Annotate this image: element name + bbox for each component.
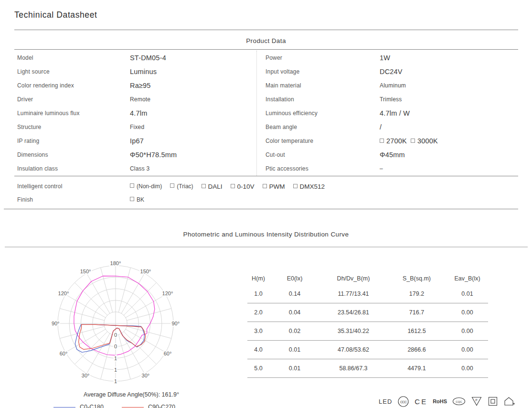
ce-mark-glyph: CE	[415, 397, 427, 406]
checkbox-icon	[202, 184, 206, 188]
table-row: 2.00.0423.54/26.81716.70.00	[247, 303, 488, 322]
field-value: Φ45mm	[380, 151, 518, 159]
led-mark-glyph: LED	[379, 398, 392, 405]
product-data-heading: Product Data	[0, 37, 532, 44]
option-item: (Non-dim)	[130, 183, 162, 190]
divider-under-product-table	[14, 176, 518, 176]
field-label: Insulation class	[14, 165, 130, 172]
product-table-right-column: Power1WInput voltageDC24VMain materialAl…	[263, 51, 518, 175]
polar-grid-spoke	[65, 295, 106, 318]
indoor-use-mark	[503, 396, 516, 407]
table-cell: 58.86/67.3	[320, 365, 387, 372]
option-label: PWM	[269, 183, 285, 190]
field-label: Dimensions	[14, 151, 130, 158]
checkbox-option-label: 3000K	[417, 137, 438, 145]
polar-angle-label: 60°	[60, 351, 68, 356]
polar-grid-spoke	[121, 273, 144, 313]
polar-grid-spoke	[127, 326, 171, 338]
product-field-row: ModelST-DM05-4	[14, 51, 255, 65]
checkbox-icon	[411, 139, 415, 143]
product-field-row: Ptic accessories–	[263, 161, 518, 175]
class2-double-insulation-mark-glyph	[488, 396, 498, 407]
product-field-row: StructureFixed	[14, 120, 255, 134]
polar-grid-spoke	[121, 333, 144, 374]
polar-grid-spoke	[127, 309, 171, 321]
product-field-row: Light sourceLuminus	[14, 65, 255, 79]
field-label: Model	[14, 54, 130, 61]
illuminance-table: H(m)E0(lx)Dh/Dv_B(m)S_B(sq.m)Eav_B(lx)1.…	[247, 275, 488, 378]
field-label: Finish	[14, 196, 130, 203]
option-label: DMX512	[300, 183, 325, 190]
field-label: Ptic accessories	[263, 165, 380, 172]
legend-label: C90-C270	[148, 404, 175, 408]
option-label: BK	[137, 196, 144, 203]
table-cell: 2.0	[247, 309, 269, 316]
field-value: 4.7lm / W	[380, 109, 518, 117]
table-cell: 1.0	[247, 290, 269, 297]
rohs-mark-glyph: RoHS	[433, 398, 447, 404]
divider-top	[14, 30, 518, 30]
checkbox-icon	[130, 183, 134, 188]
table-row: 1.00.1411.77/13.41179.20.01	[247, 285, 488, 303]
field-value: Φ50*H78.5mm	[130, 151, 255, 159]
field-value: 2700K3000K	[380, 137, 518, 145]
product-field-row: Input voltageDC24V	[263, 65, 518, 79]
field-value: 4.7lm	[130, 109, 255, 117]
field-value: Luminus	[130, 68, 255, 75]
polar-angle-label: 90°	[171, 321, 180, 326]
field-value: 1W	[380, 54, 518, 62]
legend-line-swatch	[53, 407, 75, 408]
polar-chart-legend: C0-C180C90-C270	[53, 404, 175, 408]
product-field-row: Color temperature2700K3000K	[263, 134, 518, 148]
control-row: Intelligent control(Non-dim)(Triac)DALI0…	[14, 180, 492, 193]
field-label: Input voltage	[263, 68, 380, 75]
option-item: DALI	[202, 183, 223, 190]
indoor-use-mark-glyph	[513, 403, 515, 405]
led-mark: LED	[379, 398, 392, 405]
class2-double-insulation-mark-glyph	[491, 399, 495, 403]
f-flammable-surface-mark: F	[471, 396, 482, 407]
indoor-use-mark-glyph	[503, 396, 516, 407]
polar-radial-label: 1	[114, 378, 117, 384]
polar-radial-label: 1	[114, 355, 117, 361]
photometric-heading: Photometric and Luminous Intensity Distr…	[0, 231, 532, 238]
table-cell: 0.00	[447, 328, 488, 334]
polar-angle-label: 180°	[110, 260, 121, 266]
ce-mark: CE	[415, 397, 427, 406]
polar-angle-label: 90°	[52, 321, 60, 326]
divider-under-product-heading	[14, 49, 518, 50]
table-cell: 0.01	[447, 290, 488, 297]
table-cell: 0.02	[269, 328, 320, 334]
cqc-mark: CQC	[452, 397, 466, 406]
table-cell: 3.0	[247, 328, 269, 334]
product-field-row: DimensionsΦ50*H78.5mm	[14, 148, 255, 161]
table-cell: 179.2	[387, 290, 447, 297]
table-cell: 0.00	[447, 365, 488, 372]
polar-grid-spoke	[60, 309, 105, 321]
polar-angle-label: 150°	[80, 268, 91, 274]
option-item: (Triac)	[170, 183, 193, 190]
product-field-row: Cut-outΦ45mm	[263, 148, 518, 161]
table-cell: 35.31/40.22	[320, 328, 387, 334]
product-field-row: InstallationTrimless	[263, 93, 518, 107]
polar-grid-spoke	[65, 329, 106, 352]
table-cell: 47.08/53.62	[320, 346, 387, 353]
field-value: Ip67	[130, 137, 255, 145]
page-title: Techinical Datasheet	[14, 10, 97, 20]
checkbox-icon	[130, 197, 134, 201]
legend-item: C90-C270	[122, 404, 175, 408]
column-header: H(m)	[247, 275, 269, 285]
field-label: Luminaire luminous flux	[14, 110, 130, 117]
product-field-row: Power1W	[263, 51, 518, 65]
polar-grid-spoke	[74, 282, 107, 315]
average-diffuse-angle-annotation: Average Diffuse Angle(50%): 161.9°	[41, 391, 222, 398]
option-label: 0-10V	[237, 183, 255, 190]
divider-under-photometric-heading	[5, 247, 528, 247]
polar-radial-label: 1	[114, 367, 117, 373]
polar-grid-spoke	[74, 332, 107, 364]
product-table-left-column: ModelST-DM05-4Light sourceLuminusColor r…	[14, 51, 255, 175]
field-value: Trimless	[380, 96, 518, 103]
table-header-row: H(m)E0(lx)Dh/Dv_B(m)S_B(sq.m)Eav_B(lx)	[247, 275, 488, 285]
legend-line-swatch	[122, 407, 144, 408]
polar-angle-label: 120°	[162, 290, 173, 296]
